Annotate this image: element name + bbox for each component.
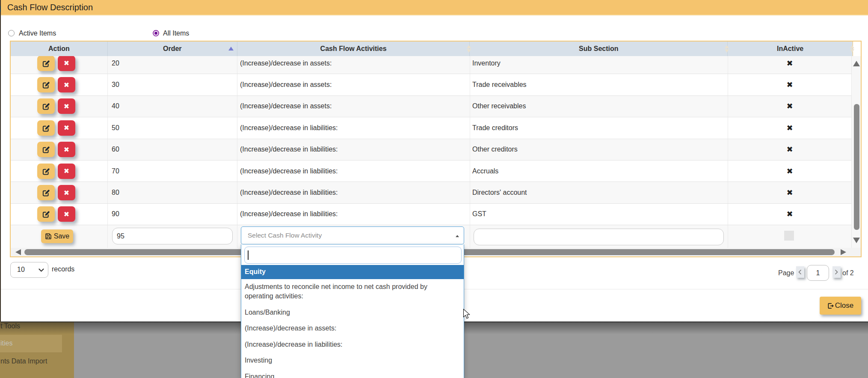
activity-cell: (Increase)/decrease in liabilities: <box>237 139 470 160</box>
scroll-down-arrow-icon[interactable] <box>853 238 860 243</box>
dropdown-search-input[interactable] <box>245 247 461 263</box>
column-header-sub-section[interactable]: Sub Section <box>470 42 728 56</box>
page-size-value: 10 <box>17 266 25 274</box>
table-row: ✖ 90 (Increase)/decrease in liabilities:… <box>11 204 851 225</box>
close-button[interactable]: Close <box>820 297 861 315</box>
sidebar-item-activities-active[interactable]: ities <box>0 335 62 352</box>
dropdown-option-label: (Increase)/decrease in assets: <box>245 324 336 333</box>
edit-button[interactable] <box>37 142 55 157</box>
activity-cell-text: (Increase)/decrease in liabilities: <box>240 189 338 196</box>
new-order-input[interactable] <box>112 228 233 244</box>
sub-section-cell: Trade receivables <box>470 74 728 95</box>
column-header-cash-flow-activities[interactable]: Cash Flow Activities <box>237 42 470 56</box>
sort-ascending-icon <box>228 47 234 51</box>
previous-page-button[interactable] <box>796 266 804 278</box>
edit-button[interactable] <box>37 120 55 136</box>
sub-section-cell-text: Inventory <box>472 60 501 67</box>
x-mark-icon: ✖ <box>64 124 69 132</box>
pen-square-icon <box>42 102 50 110</box>
sub-section-cell: GST <box>470 204 728 225</box>
chevron-right-icon <box>834 269 838 275</box>
page-size-select[interactable]: 10 <box>10 262 48 278</box>
column-header-order[interactable]: Order <box>108 42 237 56</box>
scroll-up-arrow-icon[interactable] <box>853 61 860 66</box>
radio-active-items-circle[interactable] <box>8 30 15 36</box>
edit-button[interactable] <box>37 206 55 222</box>
vertical-scrollbar[interactable] <box>851 56 861 248</box>
dropdown-option[interactable]: Equity <box>241 265 464 279</box>
delete-button[interactable]: ✖ <box>58 164 75 179</box>
pen-square-icon <box>42 210 50 218</box>
save-button[interactable]: Save <box>41 229 73 243</box>
scroll-left-arrow-icon[interactable] <box>15 249 21 255</box>
x-mark-icon: ✖ <box>64 102 69 110</box>
table-row: ✖ 30 (Increase)/decrease in assets: Trad… <box>11 74 851 95</box>
grid-body: ✖ 20 (Increase)/decrease in assets: Inve… <box>11 56 851 248</box>
sub-section-cell: Accruals <box>470 161 728 182</box>
new-sub-section-input[interactable] <box>474 229 724 245</box>
dropdown-option[interactable]: Loans/Banking <box>241 305 464 321</box>
x-mark-icon: ✖ <box>64 81 69 89</box>
dropdown-option[interactable]: Financing <box>241 369 464 378</box>
dropdown-option-label: Loans/Banking <box>245 308 290 318</box>
order-cell-text: 90 <box>112 210 119 218</box>
scroll-right-arrow-icon[interactable] <box>841 249 846 255</box>
action-cell: ✖ <box>11 96 108 117</box>
radio-all-items-circle[interactable] <box>153 30 159 36</box>
cash-flow-grid: Action Order Cash Flow Activities Sub Se… <box>10 41 862 257</box>
grid-rows: ✖ 20 (Increase)/decrease in assets: Inve… <box>11 56 851 225</box>
edit-button[interactable] <box>37 185 55 200</box>
delete-button[interactable]: ✖ <box>58 56 75 71</box>
activity-cell: (Increase)/decrease in assets: <box>237 74 470 95</box>
action-cell: ✖ <box>11 74 108 95</box>
sub-section-cell: Trade creditors <box>470 117 728 138</box>
pen-square-icon <box>42 167 50 175</box>
new-row-action-cell: Save <box>11 225 108 248</box>
page-number-input[interactable] <box>807 265 829 281</box>
delete-button[interactable]: ✖ <box>58 206 75 222</box>
chevron-down-icon <box>39 268 44 272</box>
activity-cell: (Increase)/decrease in liabilities: <box>237 161 470 182</box>
next-page-button[interactable] <box>832 266 841 278</box>
order-cell-text: 60 <box>112 146 119 153</box>
delete-button[interactable]: ✖ <box>58 185 75 200</box>
x-mark-icon: ✖ <box>728 188 851 197</box>
edit-button[interactable] <box>37 56 55 71</box>
inactive-cell: ✖ <box>728 161 851 182</box>
activity-cell: (Increase)/decrease in liabilities: <box>237 117 470 138</box>
delete-button[interactable]: ✖ <box>58 120 75 136</box>
inactive-cell: ✖ <box>728 56 851 74</box>
x-mark-icon: ✖ <box>64 146 69 154</box>
dropdown-option[interactable]: Investing <box>241 353 464 369</box>
delete-button[interactable]: ✖ <box>58 142 75 157</box>
order-cell: 20 <box>108 56 237 74</box>
x-mark-icon: ✖ <box>728 101 851 111</box>
sub-section-cell-text: GST <box>472 210 486 218</box>
order-cell: 80 <box>108 182 237 203</box>
sidebar-item-data-import[interactable]: nts Data Import <box>0 357 47 365</box>
table-row: ✖ 50 (Increase)/decrease in liabilities:… <box>11 117 851 139</box>
action-cell: ✖ <box>11 182 108 203</box>
x-mark-icon: ✖ <box>64 210 69 218</box>
delete-button[interactable]: ✖ <box>58 77 75 92</box>
column-header-inactive[interactable]: InActive <box>728 42 853 56</box>
order-cell-text: 50 <box>112 124 119 132</box>
new-inactive-checkbox[interactable] <box>784 231 794 241</box>
dropdown-option[interactable]: (Increase)/decrease in liabilities: <box>241 337 464 353</box>
dropdown-option-label: (Increase)/decrease in liabilities: <box>245 340 343 350</box>
activity-cell-text: (Increase)/decrease in assets: <box>240 60 332 67</box>
close-button-label: Close <box>835 301 853 310</box>
delete-button[interactable]: ✖ <box>58 98 75 114</box>
sub-section-cell-text: Directors' account <box>472 189 527 196</box>
column-header-action[interactable]: Action <box>11 42 108 56</box>
edit-button[interactable] <box>37 98 55 114</box>
dropdown-option[interactable]: Adjustments to reconcile net income to n… <box>241 279 464 305</box>
cash-flow-activity-select[interactable]: Select Cash Flow Activity <box>241 226 464 244</box>
dropdown-option[interactable]: (Increase)/decrease in assets: <box>241 321 464 337</box>
radio-active-items-label: Active Items <box>19 30 56 37</box>
vertical-scrollbar-thumb[interactable] <box>854 104 859 230</box>
table-row: ✖ 80 (Increase)/decrease in liabilities:… <box>11 182 851 203</box>
edit-button[interactable] <box>37 77 55 92</box>
edit-button[interactable] <box>37 164 55 179</box>
new-row-sub-section-cell <box>470 225 728 248</box>
